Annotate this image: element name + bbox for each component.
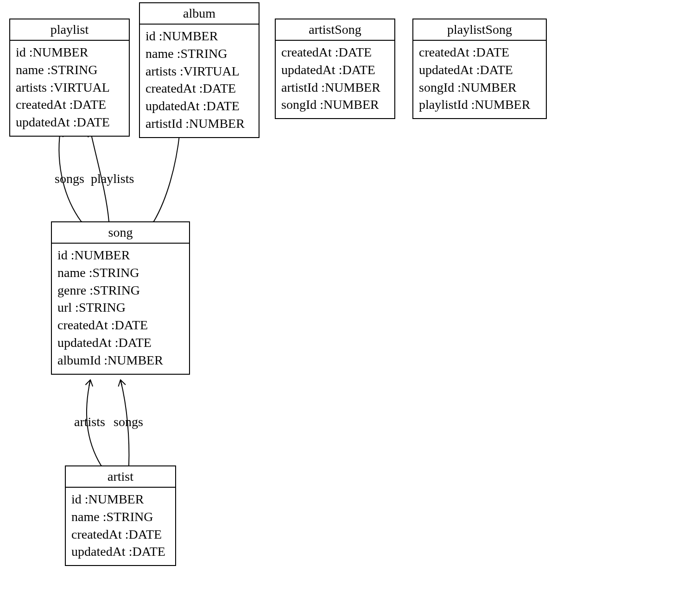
attr: id :NUMBER bbox=[71, 490, 170, 508]
attr: updatedAt :DATE bbox=[16, 113, 123, 131]
attr: genre :STRING bbox=[57, 282, 183, 299]
attr: artists :VIRTUAL bbox=[16, 79, 123, 96]
entity-body: id :NUMBER name :STRING artists :VIRTUAL… bbox=[140, 25, 259, 137]
entity-body: createdAt :DATE updatedAt :DATE songId :… bbox=[413, 41, 546, 118]
attr: name :STRING bbox=[57, 264, 183, 282]
entity-body: createdAt :DATE updatedAt :DATE artistId… bbox=[276, 41, 394, 118]
entity-body: id :NUMBER name :STRING artists :VIRTUAL… bbox=[10, 41, 129, 136]
attr: updatedAt :DATE bbox=[71, 543, 170, 560]
attr: updatedAt :DATE bbox=[281, 61, 389, 79]
entity-title: playlistSong bbox=[413, 19, 546, 41]
label-songs: songs bbox=[55, 171, 84, 186]
attr: createdAt :DATE bbox=[146, 80, 253, 97]
entity-body: id :NUMBER name :STRING genre :STRING ur… bbox=[52, 244, 189, 374]
entity-artist: artist id :NUMBER name :STRING createdAt… bbox=[65, 465, 176, 566]
entity-title: album bbox=[140, 3, 259, 25]
attr: songId :NUMBER bbox=[419, 79, 540, 96]
entity-album: album id :NUMBER name :STRING artists :V… bbox=[139, 2, 259, 138]
attr: albumId :NUMBER bbox=[57, 352, 183, 369]
attr: id :NUMBER bbox=[57, 246, 183, 264]
attr: songId :NUMBER bbox=[281, 96, 389, 113]
attr: playlistId :NUMBER bbox=[419, 96, 540, 113]
attr: name :STRING bbox=[71, 508, 170, 526]
label-songs2: songs bbox=[114, 415, 143, 429]
entity-title: song bbox=[52, 222, 189, 244]
attr: id :NUMBER bbox=[16, 44, 123, 61]
attr: artistId :NUMBER bbox=[281, 79, 389, 96]
attr: createdAt :DATE bbox=[57, 316, 183, 334]
attr: createdAt :DATE bbox=[419, 44, 540, 61]
attr: updatedAt :DATE bbox=[146, 97, 253, 115]
entity-playlistsong: playlistSong createdAt :DATE updatedAt :… bbox=[412, 19, 547, 119]
attr: updatedAt :DATE bbox=[419, 61, 540, 79]
attr: artistId :NUMBER bbox=[146, 115, 253, 132]
entity-title: playlist bbox=[10, 19, 129, 41]
edge-album-song bbox=[154, 132, 180, 221]
attr: updatedAt :DATE bbox=[57, 334, 183, 352]
attr: url :STRING bbox=[57, 299, 183, 316]
attr: artists :VIRTUAL bbox=[146, 63, 253, 80]
entity-title: artistSong bbox=[276, 19, 394, 41]
attr: createdAt :DATE bbox=[71, 526, 170, 543]
attr: name :STRING bbox=[16, 61, 123, 79]
entity-body: id :NUMBER name :STRING createdAt :DATE … bbox=[66, 488, 175, 565]
label-playlists: playlists bbox=[91, 171, 134, 186]
entity-title: artist bbox=[66, 466, 175, 488]
attr: name :STRING bbox=[146, 45, 253, 63]
entity-playlist: playlist id :NUMBER name :STRING artists… bbox=[9, 19, 130, 137]
attr: createdAt :DATE bbox=[16, 96, 123, 113]
entity-song: song id :NUMBER name :STRING genre :STRI… bbox=[51, 221, 190, 375]
attr: createdAt :DATE bbox=[281, 44, 389, 61]
label-artists: artists bbox=[74, 415, 105, 429]
entity-artistsong: artistSong createdAt :DATE updatedAt :DA… bbox=[275, 19, 395, 119]
attr: id :NUMBER bbox=[146, 27, 253, 45]
